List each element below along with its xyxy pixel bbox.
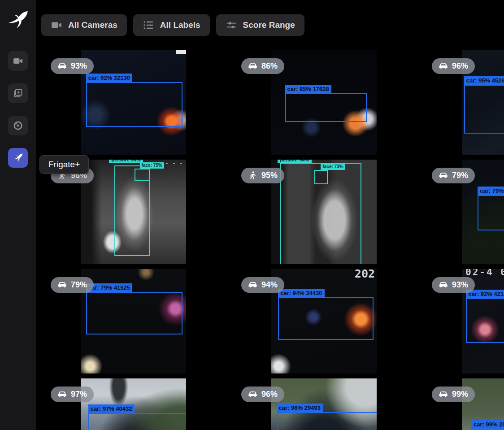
badge-score: 94% [261,280,278,290]
score-badge: 79% [432,168,475,183]
badge-score: 97% [71,390,87,399]
score-badge: 79% [51,277,94,293]
car-icon [248,61,257,71]
detection-cell: 79% car: 79% [424,160,504,269]
bounding-box [464,85,504,134]
all-cameras-button[interactable]: All Cameras [41,14,127,36]
osd-timestamp: 202 [355,269,375,280]
bbox-label: car: 79% [478,187,504,195]
all-cameras-label: All Cameras [68,20,117,30]
bird-icon [13,152,23,163]
all-labels-button[interactable]: All Labels [133,14,210,36]
detection-thumbnail[interactable]: car: 97% 40432 [81,378,186,430]
detection-cell: 86% car: 85% 17628 [234,50,424,160]
bbox-label: car: 95% 45260 [464,76,504,85]
bbox-label: car: 99% 25 [471,420,504,429]
bbox-label: car: 96% 29493 [277,404,323,412]
car-icon [439,280,448,290]
car-icon [248,280,257,290]
bbox-label: person: 94% [278,160,311,163]
badge-score: 79% [452,171,468,180]
bbox-label: person: 96% [109,160,143,163]
badge-score: 95% [261,171,278,180]
detection-thumbnail[interactable]: person: 94% face: 73% [271,160,377,264]
score-range-button[interactable]: Score Range [216,14,304,36]
detection-cell: 99% car: 99% 25 [424,378,504,430]
car-icon [439,61,448,71]
score-badge: 93% [51,58,94,74]
badge-score: 96% [452,61,468,71]
sidebar [0,0,36,430]
score-badge: 96% [241,387,284,402]
detection-cell: 96% car: 96% 29493 [234,378,424,430]
car-icon [57,61,67,71]
face-label: face: 75% [140,162,164,169]
frigate-plus-tooltip: Frigate+ [39,155,89,174]
detection-thumbnail[interactable]: 202 car: 94% 34430 [271,269,377,374]
detection-thumbnail[interactable]: - - - - person: 96% face: 75% [81,160,186,264]
badge-score: 93% [71,61,87,71]
face-bounding-box [135,169,150,181]
detection-thumbnail[interactable]: car: 79% 41525 [81,269,186,374]
video-camera-icon [13,56,23,66]
score-badge: 99% [432,387,475,402]
badge-score: 86% [261,61,278,71]
car-icon [57,280,67,290]
bounding-box [278,297,374,340]
score-badge: 95% [241,168,284,183]
sidebar-nav [8,51,28,168]
car-icon [248,390,257,399]
detection-cell: 79% car: 79% 41525 [43,269,234,378]
detection-thumbnail[interactable]: car: 96% 29493 [271,378,377,430]
filter-toolbar: All Cameras All Labels Score Range [41,14,304,36]
detection-cell: 97% car: 97% 40432 [43,378,234,430]
bbox-label: car: 85% 17628 [285,85,331,93]
review-icon [13,88,23,99]
detection-cell: 93% car: 92% 32130 [43,50,234,160]
face-bounding-box [314,170,328,184]
bbox-label: car: 97% 40432 [88,404,134,413]
bounding-box [86,292,183,334]
detection-cell: 96% - - - - person: 96% face: 75% [43,160,234,269]
score-badge: 86% [241,58,284,74]
bounding-box [466,298,504,343]
video-camera-icon [51,19,62,31]
sliders-icon [226,19,237,31]
score-badge: 93% [432,277,475,293]
badge-score: 96% [261,390,278,399]
score-badge: 96% [432,58,475,74]
sidebar-item-explore[interactable] [8,116,28,135]
osd-timestamp: 02-4 00 0 [465,269,504,278]
badge-score: 99% [452,390,468,399]
osd-artifact [176,50,186,54]
detection-cell: 93% 02-4 00 0 car: 92% 4218 [424,269,504,378]
face-label: face: 73% [321,164,345,170]
all-labels-label: All Labels [160,20,200,30]
detection-cell: 96% car: 95% 45260 [424,50,504,160]
detection-cell: 95% person: 94% face: 73% [234,160,424,269]
score-badge: 97% [51,387,94,402]
detection-grid: 93% car: 92% 32130 86% car: 85% 17628 96… [43,50,504,430]
detection-thumbnail[interactable]: car: 92% 32130 [81,50,186,155]
bounding-box [86,82,183,127]
bounding-box [88,413,186,430]
score-range-label: Score Range [243,20,295,30]
list-icon [143,19,154,31]
sidebar-item-live[interactable] [8,51,28,71]
sidebar-item-review[interactable] [8,83,28,103]
badge-score: 93% [452,280,468,290]
bbox-label: car: 94% 34430 [278,289,324,297]
bbox-label: car: 92% 32130 [86,74,132,82]
bounding-box [277,412,377,430]
disc-icon [13,120,23,131]
detection-thumbnail[interactable]: car: 85% 17628 [271,50,377,155]
detection-cell: 94% 202 car: 94% 34430 [234,269,424,378]
score-badge: 94% [241,277,284,293]
bounding-box [285,93,367,122]
person-icon [248,171,257,180]
sidebar-item-frigate-plus[interactable] [8,148,28,168]
car-icon [439,171,448,180]
car-icon [439,390,448,399]
frigate-logo-icon [7,9,29,31]
badge-score: 79% [71,280,87,290]
